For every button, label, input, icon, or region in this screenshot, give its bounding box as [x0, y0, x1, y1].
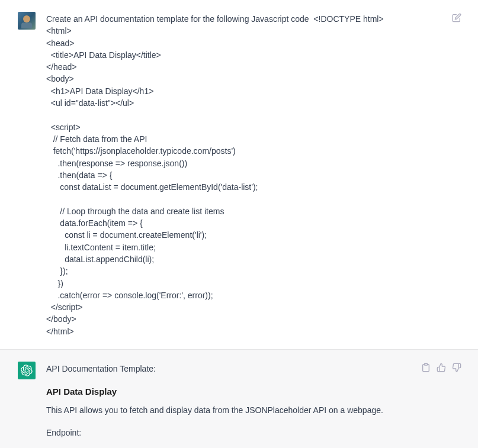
- thumbs-down-button[interactable]: [452, 363, 461, 375]
- svg-rect-0: [424, 363, 427, 365]
- conversation: Create an API documentation template for…: [0, 0, 478, 448]
- edit-icon: [452, 13, 461, 22]
- copy-button[interactable]: [421, 363, 431, 375]
- edit-button[interactable]: [452, 12, 461, 337]
- thumbs-up-button[interactable]: [437, 363, 446, 375]
- assistant-intro: API Documentation Template:: [46, 363, 410, 375]
- user-message-text: Create an API documentation template for…: [46, 12, 438, 337]
- endpoint-label: Endpoint:: [46, 427, 410, 439]
- assistant-message-content: API Documentation Template: API Data Dis…: [46, 362, 410, 448]
- assistant-actions: [421, 362, 461, 448]
- assistant-avatar: [18, 362, 36, 379]
- assistant-heading: API Data Display: [46, 385, 410, 398]
- thumbs-down-icon: [452, 363, 461, 372]
- assistant-message: API Documentation Template: API Data Dis…: [0, 349, 478, 448]
- assistant-description: This API allows you to fetch and display…: [46, 404, 410, 416]
- user-avatar: [18, 12, 36, 30]
- user-message: Create an API documentation template for…: [0, 0, 478, 349]
- clipboard-icon: [421, 363, 431, 372]
- thumbs-up-icon: [437, 363, 446, 372]
- openai-logo-icon: [21, 365, 33, 376]
